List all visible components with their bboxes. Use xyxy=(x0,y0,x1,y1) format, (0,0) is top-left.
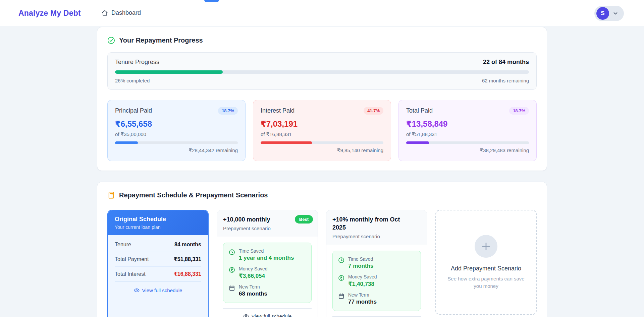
principal-paid-fill xyxy=(115,141,138,144)
scenario-cards-row: Original Schedule Your current loan plan… xyxy=(107,210,537,317)
money-saved-value: ₹3,66,054 xyxy=(239,272,268,279)
scenario-card-10pct-monthly: +10% monthly from Oct 2025 Prepayment sc… xyxy=(326,210,427,317)
scenario-2-summary-box: Time Saved 7 months Money Saved ₹1,40,73… xyxy=(332,251,421,311)
total-paid-value: ₹13,58,849 xyxy=(406,119,529,129)
total-paid-total: of ₹51,88,331 xyxy=(406,131,529,137)
interest-paid-total: of ₹16,88,331 xyxy=(261,131,383,137)
breadcrumb-label: Dashboard xyxy=(111,9,141,16)
calendar-icon xyxy=(229,285,235,291)
tenure-progress-value: 22 of 84 months xyxy=(483,59,529,66)
money-saved-item: Money Saved ₹3,66,054 xyxy=(229,266,306,279)
time-saved-item: Time Saved 7 months xyxy=(338,256,415,269)
tenure-row: Tenure 84 months xyxy=(115,238,201,252)
main-content: Your Repayment Progress Tenure Progress … xyxy=(97,27,547,317)
scenario-2-title: +10% monthly from Oct 2025 xyxy=(332,216,421,232)
progress-title-text: Your Repayment Progress xyxy=(119,37,203,44)
total-paid-fill xyxy=(406,141,429,144)
scenario-1-summary-box: Time Saved 1 year and 4 months Money Sav… xyxy=(223,243,312,303)
currency-circle-icon xyxy=(338,275,344,281)
interest-paid-value: ₹7,03,191 xyxy=(261,119,383,129)
original-schedule-header: Original Schedule Your current loan plan xyxy=(108,210,208,235)
chevron-down-icon xyxy=(612,10,619,16)
calendar-icon xyxy=(338,293,344,299)
plus-circle xyxy=(475,235,497,258)
interest-paid-fill xyxy=(261,141,312,144)
interest-paid-bar xyxy=(261,141,383,144)
tenure-progress-box: Tenure Progress 22 of 84 months 26% comp… xyxy=(107,52,537,90)
scenario-2-body: Time Saved 7 months Money Saved ₹1,40,73… xyxy=(326,245,427,317)
schedule-scenarios-card: Repayment Schedule & Prepayment Scenario… xyxy=(97,182,547,317)
scenario-1-link-label: View full schedule xyxy=(252,313,292,317)
plus-icon xyxy=(481,241,491,251)
app-header: Analyze My Debt Dashboard S xyxy=(0,0,644,26)
scenario-1-view-schedule-link[interactable]: View full schedule xyxy=(223,308,312,317)
total-paid-bar xyxy=(406,141,529,144)
principal-paid-label: Principal Paid xyxy=(115,107,152,114)
total-remaining-text: ₹38,29,483 remaining xyxy=(406,147,529,153)
original-schedule-body: Tenure 84 months Total Payment ₹51,88,33… xyxy=(108,235,208,299)
add-prepayment-scenario-card[interactable]: Add Prepayment Scenario See how extra pa… xyxy=(435,210,537,315)
new-term-item: New Term 68 months xyxy=(229,284,306,297)
original-view-schedule-link[interactable]: View full schedule xyxy=(115,282,201,293)
interest-remaining-text: ₹9,85,140 remaining xyxy=(261,147,383,153)
time-saved-item: Time Saved 1 year and 4 months xyxy=(229,248,306,261)
original-schedule-card: Original Schedule Your current loan plan… xyxy=(107,210,209,317)
time-saved-label: Time Saved xyxy=(348,256,374,262)
money-saved-label: Money Saved xyxy=(348,274,377,279)
principal-paid-value: ₹6,55,658 xyxy=(115,119,238,129)
tenure-remaining-text: 62 months remaining xyxy=(482,78,529,83)
time-saved-value: 1 year and 4 months xyxy=(239,255,294,261)
tenure-completed-text: 26% completed xyxy=(115,78,150,83)
money-saved-item: Money Saved ₹1,40,738 xyxy=(338,274,415,288)
clock-icon xyxy=(338,257,344,263)
tenure-row-value: 84 months xyxy=(174,242,201,248)
check-circle-icon xyxy=(107,37,115,44)
total-payment-row: Total Payment ₹51,88,331 xyxy=(115,252,201,267)
original-schedule-title: Original Schedule xyxy=(115,216,201,223)
original-schedule-subtitle: Your current loan plan xyxy=(115,225,201,230)
repayment-progress-card: Your Repayment Progress Tenure Progress … xyxy=(97,27,547,171)
tenure-progress-bar xyxy=(115,70,529,74)
principal-paid-bar xyxy=(115,141,238,144)
total-interest-row: Total Interest ₹16,88,331 xyxy=(115,267,201,281)
interest-paid-card: Interest Paid 41.7% ₹7,03,191 of ₹16,88,… xyxy=(253,100,391,161)
user-menu[interactable]: S xyxy=(594,6,624,21)
money-saved-value: ₹1,40,738 xyxy=(348,280,377,288)
avatar: S xyxy=(596,7,609,20)
eye-icon xyxy=(243,313,249,317)
new-term-label: New Term xyxy=(239,284,267,290)
eye-icon xyxy=(134,288,140,293)
interest-paid-label: Interest Paid xyxy=(261,107,294,114)
total-paid-card: Total Paid 18.7% ₹13,58,849 of ₹51,88,33… xyxy=(398,100,537,161)
scenario-1-body: Time Saved 1 year and 4 months Money Sav… xyxy=(217,237,318,317)
total-interest-row-value: ₹16,88,331 xyxy=(174,271,201,277)
scenario-2-header: +10% monthly from Oct 2025 Prepayment sc… xyxy=(326,210,427,245)
total-paid-label: Total Paid xyxy=(406,107,433,114)
breadcrumb[interactable]: Dashboard xyxy=(102,9,141,16)
total-paid-badge: 18.7% xyxy=(509,107,529,115)
total-payment-row-label: Total Payment xyxy=(115,256,149,262)
tenure-row-label: Tenure xyxy=(115,242,131,248)
home-icon xyxy=(102,10,108,16)
tenure-progress-fill xyxy=(115,70,223,74)
new-term-value: 68 months xyxy=(239,291,267,297)
add-scenario-subtitle: See how extra payments can save you mone… xyxy=(445,275,527,290)
scenario-1-subtitle: Prepayment scenario xyxy=(223,226,312,231)
app-logo: Analyze My Debt xyxy=(18,0,81,26)
time-saved-label: Time Saved xyxy=(239,248,294,254)
progress-section-title: Your Repayment Progress xyxy=(107,37,537,44)
best-badge: Best xyxy=(295,215,313,224)
add-scenario-title: Add Prepayment Scenario xyxy=(451,265,521,272)
scenario-1-header: +10,000 monthly Prepayment scenario Best xyxy=(217,210,318,237)
scenario-2-subtitle: Prepayment scenario xyxy=(332,234,421,239)
tenure-progress-label: Tenure Progress xyxy=(115,59,159,66)
principal-paid-badge: 18.7% xyxy=(218,107,238,115)
clock-icon xyxy=(229,249,235,255)
time-saved-value: 7 months xyxy=(348,263,374,269)
principal-paid-total: of ₹35,00,000 xyxy=(115,131,238,137)
new-term-label: New Term xyxy=(348,292,377,298)
total-payment-row-value: ₹51,88,331 xyxy=(174,256,201,262)
original-link-label: View full schedule xyxy=(142,288,182,293)
principal-remaining-text: ₹28,44,342 remaining xyxy=(115,147,238,153)
currency-circle-icon xyxy=(229,267,235,273)
